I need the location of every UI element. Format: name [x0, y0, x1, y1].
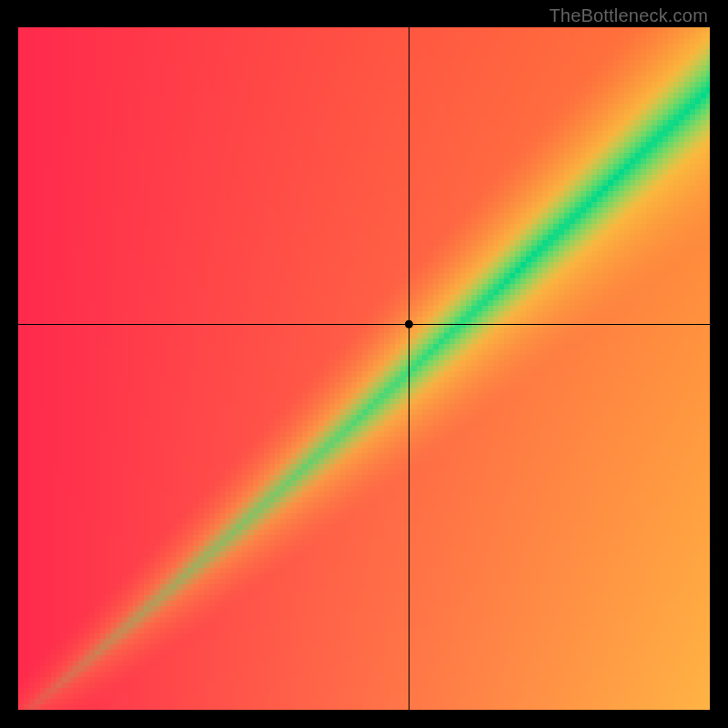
chart-frame: TheBottleneck.com	[0, 0, 728, 728]
watermark-text: TheBottleneck.com	[549, 5, 708, 26]
bottleneck-heatmap	[18, 27, 710, 710]
